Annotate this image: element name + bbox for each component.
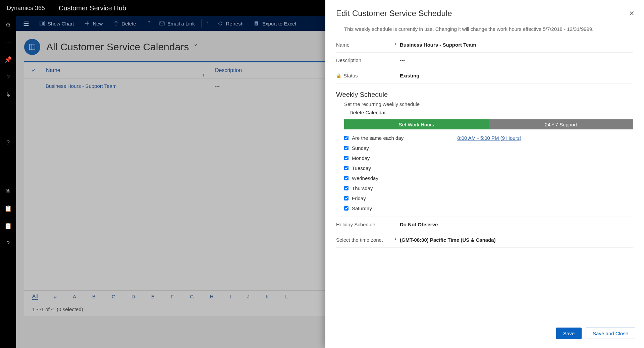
day-label-thursday: Thursday [352, 185, 373, 191]
field-description-label: Description [336, 57, 361, 63]
clipboard2-icon[interactable]: 📋 [5, 223, 11, 229]
panel-footer: Save Save and Close [325, 325, 644, 348]
help2-icon[interactable]: ? [5, 139, 11, 146]
field-name-value[interactable]: Business Hours - Support Team [400, 42, 476, 48]
field-status: 🔒 Status Existing [336, 68, 633, 83]
weekly-schedule-title: Weekly Schedule [336, 91, 633, 99]
day-checkbox-sunday[interactable] [344, 146, 348, 150]
pin-icon[interactable]: 📌 [5, 56, 11, 63]
work-hours-link[interactable]: 8:00 AM - 5:00 PM (9 Hours) [457, 135, 521, 141]
required-indicator: * [394, 42, 396, 48]
day-label-saturday: Saturday [352, 206, 372, 211]
field-holiday-value[interactable]: Do Not Observe [400, 222, 438, 227]
help3-icon[interactable]: ? [5, 240, 11, 247]
save-and-close-button[interactable]: Save and Close [586, 328, 635, 339]
close-icon: ✕ [629, 10, 635, 17]
field-name-label: Name [336, 42, 350, 48]
tab-set-work-hours[interactable]: Set Work Hours [344, 119, 489, 129]
field-timezone-value[interactable]: (GMT-08:00) Pacific Time (US & Canada) [400, 237, 496, 243]
day-checkbox-friday[interactable] [344, 196, 348, 200]
work-hours-tabbar: Set Work Hours 24 * 7 Support [344, 119, 633, 129]
day-label-tuesday: Tuesday [352, 165, 371, 171]
app-name-label: Customer Service Hub [52, 0, 133, 16]
field-holiday-label: Holiday Schedule [336, 222, 375, 227]
save-button[interactable]: Save [556, 328, 582, 339]
day-label-sunday: Sunday [352, 145, 369, 151]
same-each-day-checkbox[interactable] [344, 136, 348, 140]
field-holiday: Holiday Schedule Do Not Observe [336, 217, 633, 232]
gear-icon[interactable]: ⚙ [5, 21, 11, 28]
field-status-label: Status [343, 73, 358, 78]
day-label-friday: Friday [352, 195, 366, 201]
required-indicator: * [394, 237, 396, 243]
day-checkbox-monday[interactable] [344, 156, 348, 160]
day-row-friday: Friday [344, 193, 633, 203]
same-each-day-row: Are the same each day 8:00 AM - 5:00 PM … [344, 133, 633, 143]
clipboard-icon[interactable]: 📋 [5, 205, 11, 212]
document-icon[interactable]: 🗎 [5, 188, 11, 194]
day-row-tuesday: Tuesday [344, 163, 633, 173]
field-status-value: Existing [400, 73, 419, 78]
day-label-wednesday: Wednesday [352, 175, 378, 181]
brand-label: Dynamics 365 [0, 0, 52, 16]
close-button[interactable]: ✕ [629, 9, 635, 17]
left-nav-rail: ⚙ ⋯ 📌 ? ↳ ? 🗎 📋 📋 ? [0, 16, 16, 348]
day-checkbox-saturday[interactable] [344, 206, 348, 211]
day-label-monday: Monday [352, 155, 370, 161]
more-icon[interactable]: ⋯ [5, 39, 11, 46]
field-timezone: Select the time zone. * (GMT-08:00) Paci… [336, 232, 633, 248]
day-checkbox-thursday[interactable] [344, 186, 348, 190]
tab-24-7-support[interactable]: 24 * 7 Support [489, 119, 633, 129]
same-each-day-label: Are the same each day [352, 135, 404, 141]
day-row-thursday: Thursday [344, 183, 633, 193]
field-description-value[interactable]: --- [400, 57, 405, 63]
help-icon[interactable]: ? [5, 74, 11, 80]
panel-title: Edit Customer Service Schedule [336, 9, 633, 18]
day-row-monday: Monday [344, 153, 633, 163]
edit-schedule-panel: Edit Customer Service Schedule ✕ This we… [325, 0, 644, 348]
day-row-sunday: Sunday [344, 143, 633, 153]
flow-icon[interactable]: ↳ [5, 91, 11, 98]
field-name: Name * Business Hours - Support Team [336, 37, 633, 53]
delete-calendar-link[interactable]: Delete Calendar [350, 110, 633, 115]
field-timezone-label: Select the time zone. [336, 237, 383, 243]
day-row-saturday: Saturday [344, 203, 633, 213]
day-list: Are the same each day 8:00 AM - 5:00 PM … [344, 133, 633, 213]
weekly-schedule-subtitle: Set the recurring weekly schedule [344, 101, 633, 107]
field-description: Description --- [336, 53, 633, 68]
day-checkbox-wednesday[interactable] [344, 176, 348, 180]
day-checkbox-tuesday[interactable] [344, 166, 348, 170]
lock-icon: 🔒 [336, 73, 341, 78]
notice-text: This weekly schedule is currently in use… [344, 26, 633, 32]
day-row-wednesday: Wednesday [344, 173, 633, 183]
